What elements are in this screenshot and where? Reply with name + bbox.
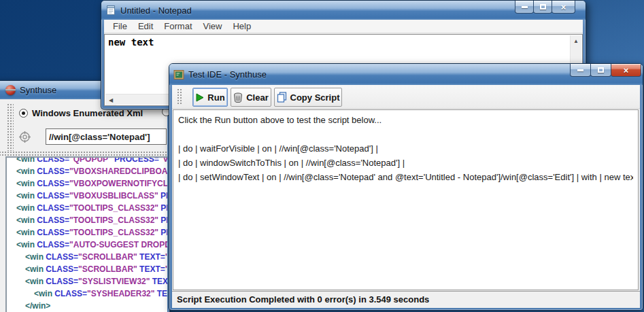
synthuse-client: Windows Enumerated Xml <win CLASS="QPOPU… bbox=[0, 99, 167, 312]
radio-dot bbox=[22, 111, 25, 115]
xml-line: <win CLASS="VBOXUSBLIBCLASS" PRO bbox=[7, 190, 167, 202]
xpath-row bbox=[19, 128, 167, 145]
xml-tag: <win bbox=[25, 252, 44, 262]
script-line: Click the Run button above to test the s… bbox=[178, 113, 633, 127]
xml-val: "TOOLTIPS_CLASS32" bbox=[69, 203, 158, 213]
xml-attr: PROCESS= bbox=[112, 156, 159, 164]
radio-windows-enumerated-xml[interactable] bbox=[19, 109, 28, 118]
desktop: Synthuse Windows Enumerated Xml bbox=[0, 0, 644, 312]
xml-val: "VBOXUSBLIBCLASS" bbox=[69, 191, 158, 201]
xml-tag: <win bbox=[16, 191, 35, 201]
element-picker-crosshair-icon[interactable] bbox=[19, 131, 31, 143]
testide-client: Run Clear bbox=[172, 85, 640, 308]
xml-val: "SYSLISTVIEW32" bbox=[78, 277, 150, 286]
xml-attr: TEXT= bbox=[137, 252, 165, 262]
xml-line: <win CLASS="SYSLISTVIEW32" TEXT= bbox=[7, 275, 167, 288]
xml-val: "VBOXSHAREDCLIPBOARD bbox=[69, 167, 167, 176]
xml-tag: </win> bbox=[25, 301, 50, 311]
menu-edit[interactable]: Edit bbox=[133, 21, 158, 31]
close-icon: × bbox=[624, 66, 629, 75]
xml-tag: <win bbox=[16, 215, 35, 225]
xml-tag: <win bbox=[34, 289, 52, 298]
menu-view[interactable]: View bbox=[198, 21, 228, 31]
notepad-menu-bar: File Edit Format View Help bbox=[104, 20, 583, 33]
notepad-window-controls: × bbox=[515, 1, 575, 14]
menu-help[interactable]: Help bbox=[227, 21, 256, 31]
xml-attr: TEXT= bbox=[137, 264, 165, 274]
toolbar-separator-grip[interactable] bbox=[0, 151, 167, 156]
copy-pages-icon bbox=[277, 92, 287, 103]
xml-attr: CLASS= bbox=[35, 240, 69, 249]
clear-button-label: Clear bbox=[246, 92, 269, 103]
status-text: Script Execution Completed with 0 error(… bbox=[177, 294, 429, 305]
minimize-button[interactable] bbox=[570, 64, 591, 77]
xml-val: "VBOXPOWERNOTIFYCLAS bbox=[69, 179, 167, 188]
maximize-button[interactable] bbox=[533, 1, 552, 14]
notepad-app-icon bbox=[105, 5, 116, 16]
xml-line: <win CLASS="TOOLTIPS_CLASS32" PRO bbox=[7, 226, 167, 239]
xml-attr: PRO bbox=[158, 215, 167, 225]
menu-format[interactable]: Format bbox=[158, 21, 197, 31]
script-line: | do | windowSwitchToThis | on | //win[@… bbox=[178, 156, 633, 170]
xml-val: "" bbox=[165, 264, 167, 274]
synthuse-window: Synthuse Windows Enumerated Xml bbox=[0, 80, 170, 312]
maximize-button[interactable] bbox=[590, 64, 611, 77]
testide-title: Test IDE - Synthuse bbox=[188, 69, 267, 80]
xml-val: "VIR bbox=[159, 156, 167, 164]
xml-line: <win CLASS="SYSHEADER32" TEXT bbox=[7, 288, 167, 300]
script-text-area[interactable]: Click the Run button above to test the s… bbox=[173, 109, 639, 290]
xml-attr: CLASS= bbox=[44, 264, 78, 274]
scroll-up-icon[interactable]: ▲ bbox=[571, 35, 581, 46]
xml-lines: <win CLASS="QPOPUP" PROCESS="VIR<win CLA… bbox=[7, 156, 167, 312]
xml-tag: <win bbox=[25, 264, 44, 274]
xml-attr: CLASS= bbox=[35, 179, 69, 188]
synthuse-app-icon bbox=[5, 85, 16, 95]
maximize-icon bbox=[598, 67, 604, 73]
testide-window: Test IDE - Synthuse × Run bbox=[169, 63, 643, 311]
xml-attr: CLASS= bbox=[35, 215, 69, 225]
synthuse-title: Synthuse bbox=[20, 85, 56, 95]
scroll-left-icon[interactable]: ◀ bbox=[105, 94, 116, 105]
xml-line: <win CLASS="TOOLTIPS_CLASS32" PRO bbox=[7, 214, 167, 226]
xml-attr: CLASS= bbox=[44, 277, 78, 286]
run-play-icon bbox=[195, 93, 204, 102]
xpath-input[interactable] bbox=[46, 128, 167, 145]
xml-line: </win> bbox=[7, 300, 167, 312]
minimize-icon bbox=[577, 69, 583, 71]
xml-tag: <win bbox=[16, 179, 35, 188]
notepad-title: Untitled - Notepad bbox=[120, 5, 192, 16]
xml-tree-panel[interactable]: <win CLASS="QPOPUP" PROCESS="VIR<win CLA… bbox=[5, 156, 167, 312]
xml-line: <win CLASS="VBOXSHAREDCLIPBOARD bbox=[7, 165, 167, 177]
script-line bbox=[178, 127, 633, 141]
run-button[interactable]: Run bbox=[192, 88, 228, 107]
minimize-button[interactable] bbox=[515, 1, 534, 14]
toolbar-grip-handle[interactable] bbox=[177, 88, 183, 105]
menu-file[interactable]: File bbox=[107, 21, 133, 31]
notepad-titlebar[interactable]: Untitled - Notepad × bbox=[101, 1, 586, 20]
copy-script-button[interactable]: Copy Script bbox=[274, 88, 342, 107]
close-button[interactable]: × bbox=[552, 1, 575, 14]
script-line: | do | waitForVisible | on | //win[@clas… bbox=[178, 141, 633, 156]
trash-icon bbox=[233, 92, 243, 103]
xml-line: <win CLASS="SCROLLBAR" TEXT="" c bbox=[7, 251, 167, 263]
xml-val: "QPOPUP" bbox=[69, 156, 112, 164]
xml-attr: CLASS= bbox=[35, 167, 69, 176]
close-icon: × bbox=[561, 3, 566, 12]
xml-tag: <win bbox=[16, 156, 35, 164]
xml-val: "SYSHEADER32" bbox=[87, 289, 154, 298]
clear-button[interactable]: Clear bbox=[231, 88, 271, 107]
xml-val: "SCROLLBAR" bbox=[78, 264, 137, 274]
xml-tag: <win bbox=[16, 167, 35, 176]
testide-app-icon bbox=[173, 69, 184, 80]
xml-val: "TOOLTIPS_CLASS32" bbox=[69, 215, 158, 225]
xml-tag: <win bbox=[16, 228, 35, 237]
xml-attr: CLASS= bbox=[52, 289, 87, 298]
testide-titlebar[interactable]: Test IDE - Synthuse × bbox=[169, 64, 643, 85]
minimize-icon bbox=[522, 6, 528, 8]
close-button[interactable]: × bbox=[611, 64, 641, 77]
toolbar-grip-handle[interactable] bbox=[7, 103, 14, 151]
xml-line: <win CLASS="SCROLLBAR" TEXT="" c bbox=[7, 263, 167, 275]
xml-attr: CLASS= bbox=[44, 252, 78, 262]
xml-attr: CLASS= bbox=[35, 228, 69, 237]
xml-attr: PRO bbox=[158, 228, 167, 237]
